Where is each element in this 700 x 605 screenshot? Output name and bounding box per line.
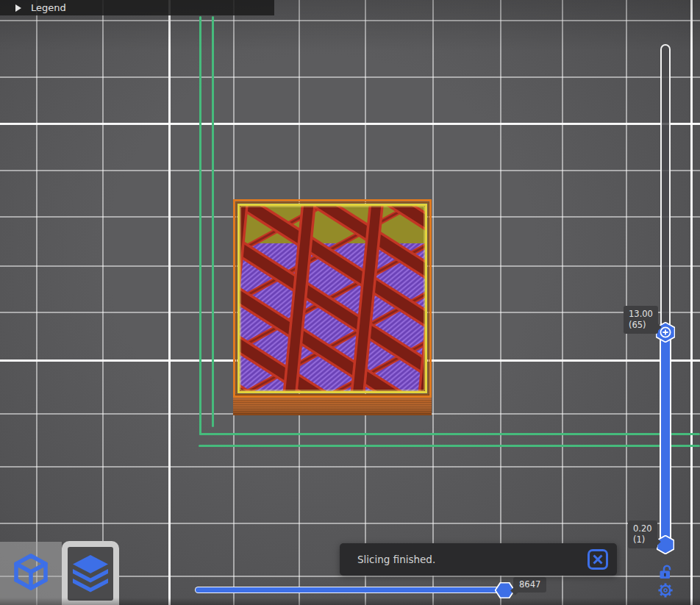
notification-message: Slicing finished. [357, 554, 435, 565]
move-slider-track[interactable] [195, 587, 510, 593]
lock-sliders-button[interactable] [657, 564, 674, 580]
preview-button-panel [68, 547, 113, 601]
preview-view-button[interactable] [62, 541, 119, 605]
axis-line-vertical-outer [199, 16, 201, 435]
3d-editor-view-button[interactable] [0, 542, 62, 605]
close-icon [587, 548, 609, 570]
move-slider-tooltip: 8647 [513, 577, 546, 593]
axis-line-horizontal-lower [199, 445, 700, 447]
unlock-icon [657, 564, 674, 580]
gear-icon [657, 581, 674, 599]
slider-settings-button[interactable] [657, 581, 674, 599]
move-value: 8647 [519, 579, 540, 590]
3d-viewport[interactable]: Legend 13.00 (65) 0.20 (1) [0, 0, 700, 605]
lower-layer-tooltip: 0.20 (1) [628, 520, 657, 548]
cube-icon [10, 551, 52, 595]
layers-icon [70, 553, 111, 595]
upper-layer-tooltip: 13.00 (65) [624, 306, 658, 334]
legend-expand-icon[interactable] [15, 4, 21, 12]
lower-layer-height: 0.20 [633, 523, 652, 534]
axis-line-horizontal-upper [199, 433, 700, 435]
layer-slider-fill [660, 326, 671, 550]
axis-line-vertical-inner [212, 16, 214, 427]
upper-layer-number: (65) [629, 320, 653, 331]
lower-layer-number: (1) [633, 534, 652, 545]
upper-layer-height: 13.00 [629, 309, 653, 320]
sliced-model-preview [233, 199, 432, 415]
legend-panel-header[interactable]: Legend [0, 0, 274, 15]
legend-label: Legend [31, 2, 66, 13]
layer-slider-lower-handle[interactable] [657, 535, 674, 554]
notification-toast: Slicing finished. [340, 543, 617, 576]
notification-close-button[interactable] [586, 548, 610, 571]
